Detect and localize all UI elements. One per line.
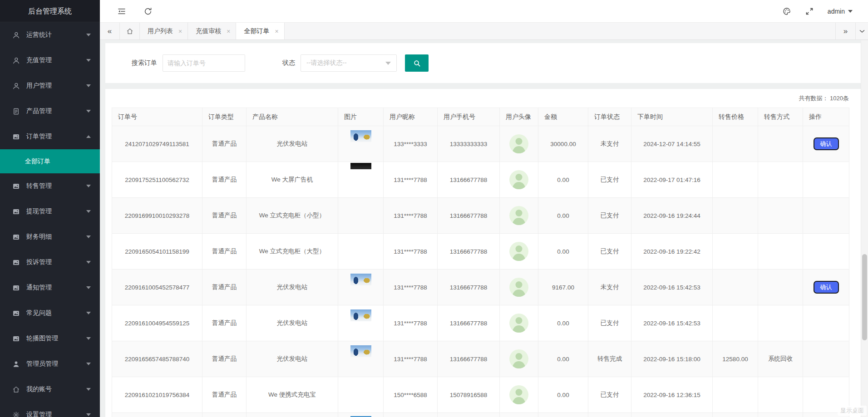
sidebar-item-product-mgmt[interactable]: 产品管理	[0, 98, 100, 124]
confirm-button[interactable]: 确认	[814, 281, 839, 294]
scrollbar-thumb[interactable]	[862, 254, 867, 340]
column-header: 订单类型	[202, 108, 247, 126]
scroll-tabs-left-icon[interactable]: «	[100, 23, 120, 39]
close-icon[interactable]: ×	[227, 28, 230, 34]
user-avatar	[509, 278, 528, 297]
sidebar-item-resale-mgmt[interactable]: 转售管理	[0, 173, 100, 199]
sidebar-item-banner-mgmt[interactable]: 轮播图管理	[0, 326, 100, 351]
confirm-button[interactable]: 确认	[814, 137, 839, 150]
sidebar-item-operation-stats[interactable]: 运营统计	[0, 22, 100, 48]
chevron-down-icon	[86, 261, 91, 264]
cell-order-no: 2209161005452578477	[112, 270, 202, 305]
cell-phone	[438, 413, 500, 417]
cell-amount: 0.00	[538, 234, 588, 270]
cell-status: 转售完成	[588, 341, 631, 377]
order-number-input[interactable]	[163, 54, 245, 72]
column-header: 产品名称	[247, 108, 338, 126]
theme-palette-icon[interactable]	[782, 7, 791, 16]
topbar-left	[100, 7, 153, 16]
product-image	[350, 163, 371, 169]
refresh-icon[interactable]	[143, 7, 153, 16]
sidebar-item-faq[interactable]: 常见问题	[0, 300, 100, 326]
tabbar: « 用户列表 × 充值审核 × 全部订单 × »	[100, 22, 868, 40]
cell-phone: 13333333333	[438, 126, 500, 162]
table-row: 2209165054101158199 普通产品 We 立式充电柜（大型） 13…	[112, 234, 849, 270]
cell-order-no: 2209161004954559125	[112, 305, 202, 341]
cell-nickname: 131****7788	[384, 198, 438, 234]
sidebar-item-recharge-mgmt[interactable]: 充值管理	[0, 48, 100, 73]
chevron-down-icon	[86, 312, 91, 314]
sidebar-item-user-mgmt[interactable]: 用户管理	[0, 73, 100, 98]
close-icon[interactable]: ×	[178, 28, 182, 34]
cell-product-name: 光伏发电站	[247, 126, 338, 162]
cell-time	[631, 413, 713, 417]
search-panel: 搜索订单 状态 --请选择状态--	[105, 43, 861, 83]
search-button[interactable]	[405, 54, 429, 72]
cell-status: 已支付	[588, 234, 631, 270]
sidebar-item-notice-mgmt[interactable]: 通知管理	[0, 275, 100, 300]
sidebar-item-my-account[interactable]: 我的账号	[0, 377, 100, 402]
tab-label: 全部订单	[244, 27, 269, 35]
sidebar-item-admin-mgmt[interactable]: 管理员管理	[0, 351, 100, 377]
cell-time: 2022-09-16 19:24:44	[631, 198, 713, 234]
cell-amount: 0.00	[538, 341, 588, 377]
sidebar-item-label: 转售管理	[26, 182, 86, 190]
tab-recharge-review[interactable]: 充值审核 ×	[188, 23, 236, 39]
cell-time: 2022-09-16 19:22:42	[631, 234, 713, 270]
sidebar-item-complaint-mgmt[interactable]: 投诉管理	[0, 250, 100, 275]
tab-user-list[interactable]: 用户列表 ×	[140, 23, 188, 39]
cell-action: 确认	[803, 270, 849, 305]
tab-home[interactable]	[120, 23, 140, 39]
order-mgmt-submenu: 全部订单	[0, 149, 100, 173]
close-icon[interactable]: ×	[275, 28, 278, 34]
cell-nickname: 131****7788	[384, 234, 438, 270]
column-header: 金额	[538, 108, 588, 126]
cell-nickname: 131****7788	[384, 162, 438, 198]
cell-avatar	[500, 377, 538, 413]
cell-phone: 13166677788	[438, 234, 500, 270]
sidebar-item-label: 设置管理	[26, 411, 86, 417]
user-avatar	[509, 206, 528, 225]
column-header: 用户昵称	[384, 108, 438, 126]
cell-status: 已支付	[588, 162, 631, 198]
tab-all-orders[interactable]: 全部订单 ×	[236, 23, 284, 39]
chevron-down-icon	[86, 59, 91, 62]
cell-nickname	[384, 413, 438, 417]
cell-time: 2024-12-07 14:14:55	[631, 126, 713, 162]
cell-avatar	[500, 305, 538, 341]
cell-resale-type	[758, 413, 803, 417]
cell-order-no: 2209165657485788740	[112, 341, 202, 377]
scroll-tabs-right-icon[interactable]: »	[835, 23, 855, 39]
fullscreen-icon[interactable]	[805, 7, 814, 16]
table-row: 2209161005452578477 普通产品 光伏发电站 131****77…	[112, 270, 849, 305]
sidebar-item-settings[interactable]: 设置管理	[0, 402, 100, 417]
sidebar-item-withdraw-mgmt[interactable]: 提现管理	[0, 199, 100, 224]
cell-order-type: 普通产品	[202, 126, 247, 162]
sidebar: 后台管理系统 运营统计 充值管理 用户管理 产品管理 订单管理	[0, 0, 100, 417]
status-label: 状态	[282, 59, 295, 67]
cell-product-image	[338, 305, 384, 341]
cell-product-name: We 立式充电柜（小型）	[247, 198, 338, 234]
cell-order-no: 2412071029749113581	[112, 126, 202, 162]
sidebar-item-finance-detail[interactable]: 财务明细	[0, 224, 100, 250]
cell-amount: 0.00	[538, 377, 588, 413]
cell-resale-price	[713, 162, 758, 198]
cell-resale-price	[713, 413, 758, 417]
cell-resale-type	[758, 126, 803, 162]
user-avatar	[509, 314, 528, 333]
tabbar-controls: »	[835, 23, 868, 39]
admin-user-icon	[12, 360, 20, 368]
cell-phone: 13166677788	[438, 198, 500, 234]
sidebar-item-order-mgmt[interactable]: 订单管理	[0, 124, 100, 149]
column-header: 用户手机号	[438, 108, 500, 126]
orders-table: 订单号 订单类型 产品名称 图片 用户昵称 用户手机号 用户头像 金额 订单状态…	[112, 108, 849, 417]
table-row: 2209169910010293278 普通产品 We 立式充电柜（小型） 13…	[112, 198, 849, 234]
cell-resale-price	[713, 198, 758, 234]
collapse-sidebar-icon[interactable]	[117, 7, 126, 16]
table-row: 2209175251100562732 普通产品 We 大屏广告机 131***…	[112, 162, 849, 198]
user-menu[interactable]: admin	[828, 8, 853, 15]
status-select[interactable]: --请选择状态--	[301, 54, 397, 72]
sidebar-item-label: 全部订单	[25, 157, 50, 166]
tab-options-icon[interactable]	[855, 23, 868, 39]
sidebar-item-all-orders[interactable]: 全部订单	[0, 149, 100, 173]
